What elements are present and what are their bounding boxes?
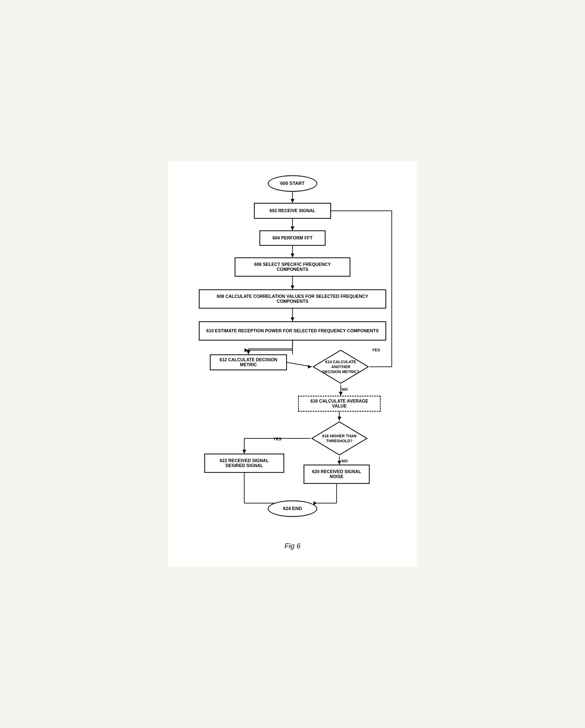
- node-602: 602 RECEIVE SIGNAL: [254, 203, 331, 219]
- node-604: 604 PERFORM FFT: [259, 230, 326, 246]
- node-612: 612 CALCULATE DECISION METRIC: [210, 354, 287, 370]
- node-606-label: 606 SELECT SPECIFIC FREQUENCY COMPONENTS: [240, 262, 345, 272]
- yes-label-614: YES: [372, 347, 380, 352]
- end-label: 624 END: [283, 506, 302, 512]
- yes-label-618: YES: [273, 437, 281, 441]
- no-label-618: NO: [341, 459, 348, 463]
- start-label: 600 START: [280, 181, 305, 186]
- node-618: 618 HIGHER THAN THRESHOLD?: [310, 420, 368, 456]
- node-608-label: 608 CALCULATE CORRELATION VALUES FOR SEL…: [204, 294, 381, 304]
- start-node: 600 START: [268, 175, 317, 192]
- node-616: 616 CALCULATE AVERAGE VALUE: [298, 396, 381, 412]
- node-620-label: 620 RECEIVED SIGNAL NOISE: [309, 469, 364, 479]
- node-622: 622 RECEIVED SIGNAL DESIRED SIGNAL: [204, 453, 284, 473]
- node-610-label: 610 ESTIMATE RECEPTION POWER FOR SELECTE…: [206, 329, 379, 333]
- svg-marker-35: [313, 350, 368, 383]
- flowchart-container: 600 START 602 RECEIVE SIGNAL 604 PERFORM…: [188, 173, 397, 534]
- node-614: 614 CALCULATE ANOTHER DECISION METRIC?: [312, 349, 370, 385]
- node-604-label: 604 PERFORM FFT: [273, 236, 313, 240]
- node-602-label: 602 RECEIVE SIGNAL: [270, 208, 315, 213]
- node-622-label: 622 RECEIVED SIGNAL DESIRED SIGNAL: [209, 458, 279, 468]
- node-616-label: 616 CALCULATE AVERAGE VALUE: [303, 399, 376, 409]
- node-610: 610 ESTIMATE RECEPTION POWER FOR SELECTE…: [199, 321, 386, 341]
- node-608: 608 CALCULATE CORRELATION VALUES FOR SEL…: [199, 289, 386, 309]
- no-label-614: NO: [341, 387, 348, 392]
- page: 600 START 602 RECEIVE SIGNAL 604 PERFORM…: [169, 161, 416, 567]
- node-612-label: 612 CALCULATE DECISION METRIC: [215, 357, 282, 367]
- figure-caption: Fig 6: [284, 542, 301, 550]
- node-606: 606 SELECT SPECIFIC FREQUENCY COMPONENTS: [235, 257, 350, 277]
- node-618-label: 618 HIGHER THAN THRESHOLD?: [322, 434, 356, 443]
- node-620: 620 RECEIVED SIGNAL NOISE: [304, 465, 370, 484]
- end-node: 624 END: [268, 500, 317, 517]
